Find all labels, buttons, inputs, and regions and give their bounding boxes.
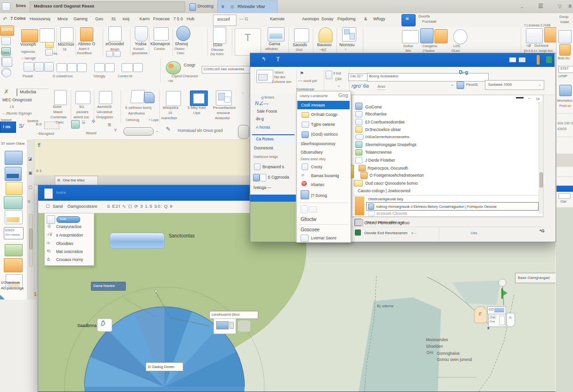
app-icon[interactable]	[2, 2, 10, 11]
pill-chevron[interactable]: ⌄	[156, 129, 159, 133]
map-menu-item-2[interactable]: s Areuprstedon	[56, 233, 83, 237]
file-item-5[interactable]: D0DaGernerfsdrcenseoefns	[365, 135, 409, 139]
strip-icon-2[interactable]: ▣	[28, 171, 33, 175]
group14-icon-c[interactable]	[434, 29, 448, 43]
subrow-icon-1[interactable]	[2, 57, 12, 67]
undo-icon[interactable]: ↶	[3, 16, 7, 22]
file-item-2[interactable]: Rbcohanlee	[365, 112, 386, 116]
pane-dash-control[interactable]	[516, 97, 524, 98]
group1-mini-icon2[interactable]	[45, 49, 53, 56]
menu-item-5[interactable]: Sleerhsopoooronoy	[301, 141, 336, 146]
shape-tile-6[interactable]	[5, 244, 23, 256]
os-button[interactable]: ! os	[0, 122, 16, 133]
group3-icon[interactable]	[80, 27, 93, 41]
group1-mini-icon[interactable]	[45, 42, 54, 48]
tab-3[interactable]: Gamng	[74, 17, 88, 22]
file-item-10[interactable]: O Foetgensoehchsdretoeerton	[369, 173, 424, 178]
group1-icon-a[interactable]	[21, 29, 38, 42]
group14-icon-a[interactable]	[402, 30, 419, 43]
subrow-tile-b2[interactable]	[67, 63, 77, 72]
mini-window-body[interactable]: Gar Cua	[488, 314, 506, 327]
menu-item-selected[interactable]: Csoli invoaas	[297, 101, 350, 109]
oef-icon-b[interactable]	[144, 92, 155, 103]
strip-scrollbar-track[interactable]	[29, 214, 33, 267]
map-tb-sand[interactable]: Sand	[53, 204, 63, 209]
shape-tile-selected[interactable]: E0¢29 Om msssso	[4, 227, 24, 239]
mini-window-title[interactable]: CO	[487, 306, 506, 314]
gadug-box[interactable]: D Gadug Doren	[146, 362, 183, 371]
group8-icon[interactable]	[213, 27, 226, 44]
coogr-globe-icon[interactable]	[166, 61, 181, 74]
sort-select[interactable]: Sorbeee 7000 ⌄	[485, 80, 544, 90]
tab-4[interactable]: Geo	[95, 17, 103, 22]
group4-mini-b[interactable]	[114, 51, 121, 57]
map-tb-glyphs[interactable]: S E2ℓ ∿ ⟨⟩ ⟳ 3 1.5 S0: Q 9	[107, 204, 173, 209]
tab-14[interactable]: Pepdomg	[337, 17, 356, 22]
strip-icon-3[interactable]: ▢	[28, 185, 33, 189]
canvas-tab[interactable]: ⊞ One tne trtso	[55, 176, 98, 185]
menu-item-13[interactable]: Goscoee	[301, 227, 319, 232]
group7-icon-wheel[interactable]	[176, 26, 190, 41]
menu-item-10[interactable]: Irbartec	[311, 182, 325, 187]
side-item-cgpr[interactable]: S Cgprooda	[268, 175, 289, 180]
tab-11[interactable]: Kamote	[270, 17, 285, 22]
tab-7[interactable]: Karm	[139, 17, 150, 22]
map-menu-item-1[interactable]: Cnasyuraclioe	[56, 224, 82, 229]
dialog-back-icon[interactable]: ↰	[262, 56, 266, 62]
sliver-icon-3[interactable]	[559, 85, 572, 96]
band2-right-button[interactable]	[238, 125, 249, 139]
band2-tile-1[interactable]	[71, 120, 80, 129]
menu-item-3[interactable]: Tgjtre owtese	[311, 122, 335, 127]
shape-tile-4[interactable]	[4, 196, 23, 209]
list-scrollbar[interactable]	[539, 102, 542, 214]
group4-icon[interactable]	[108, 26, 122, 41]
tab-15[interactable]: &	[364, 17, 367, 22]
tab-10[interactable]: Hub	[187, 17, 195, 22]
default-pill-button[interactable]	[123, 127, 154, 136]
strip-icon-4[interactable]: ʊ	[28, 199, 30, 204]
menu-item-8[interactable]: Coosy	[311, 164, 322, 169]
sliver-icon-2[interactable]	[559, 44, 571, 56]
shape-tile-2[interactable]	[5, 167, 22, 181]
pane-chev-control[interactable]: ⌄	[527, 95, 531, 100]
funnel-icon[interactable]: ▽	[558, 4, 562, 9]
dialog-titlebar[interactable]: ↰ T	[250, 53, 555, 67]
subrow-tile-a1[interactable]	[24, 62, 34, 72]
quick-badge[interactable]: IUU73	[0, 25, 14, 36]
side-item-sale[interactable]: Sale Fooos	[257, 109, 277, 114]
menu-item-14[interactable]: Lvernar Saore	[311, 236, 336, 240]
subrow-tile-b1[interactable]	[57, 63, 67, 72]
subrow-tile-d2[interactable]	[133, 63, 143, 72]
side-item-dsg[interactable]: ds-g	[256, 116, 264, 121]
fiveg-icon[interactable]	[75, 91, 90, 104]
subrow-tile-a2[interactable]	[34, 62, 44, 72]
saad-icon[interactable]: Ď	[97, 318, 112, 332]
file-item-4[interactable]: Dr3nectoelice obsar	[365, 127, 401, 132]
dlg-window-icon[interactable]	[256, 70, 273, 83]
menu-item-9[interactable]: Bamas booentg	[311, 173, 339, 178]
tab-6[interactable]: Iooj	[123, 17, 130, 22]
tab-16[interactable]: Wfogy	[373, 17, 385, 22]
blue-action-button[interactable]: ≝	[401, 14, 416, 26]
shape-tile-1[interactable]	[5, 151, 23, 165]
map-menu-item-5[interactable]: Crooaox Horny	[56, 257, 83, 262]
group11-icon-table[interactable]	[294, 28, 309, 42]
mby-icon-selected[interactable]	[190, 90, 208, 106]
peo-icon[interactable]	[216, 90, 232, 106]
subrow-tile-c2[interactable]	[105, 63, 115, 72]
sliver-stet[interactable]: STET	[558, 66, 573, 73]
subrow-tile-b3[interactable]	[77, 63, 87, 72]
aem-icon[interactable]	[99, 91, 112, 104]
file-item-9[interactable]: Rrperocpos, Oocuredh	[368, 166, 408, 171]
peost-chev[interactable]: ⌄	[450, 82, 454, 87]
shape-tile-3[interactable]	[6, 182, 23, 195]
group5-icon-funnel[interactable]	[135, 26, 148, 41]
subrow-tile-d1[interactable]	[122, 63, 133, 72]
csn-box[interactable]: Csn 22.*	[348, 74, 368, 81]
hamburger-icon[interactable]: ☰	[538, 3, 543, 9]
list-scrollbar-thumb[interactable]	[540, 172, 543, 188]
menu-item-12[interactable]: Gltoctw	[301, 217, 316, 222]
sond-icon[interactable]	[54, 90, 67, 105]
file-item-7[interactable]: Telaancrwvnse	[365, 150, 392, 155]
glossy-blue-button[interactable]	[110, 233, 164, 249]
